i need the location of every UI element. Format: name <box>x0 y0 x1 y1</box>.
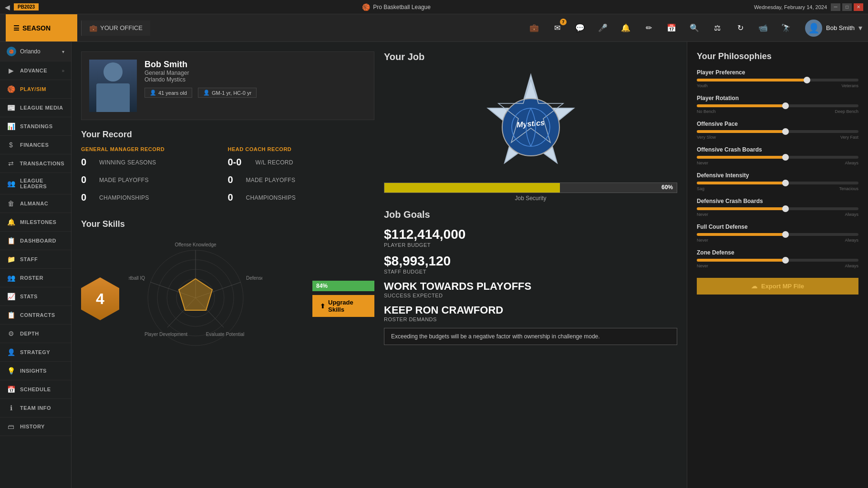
sidebar-item-standings[interactable]: 📊 STANDINGS <box>0 117 71 136</box>
user-dropdown-icon[interactable]: ▾ <box>858 23 862 32</box>
chat-icon[interactable]: 💬 <box>572 20 588 36</box>
roster-icon: 👥 <box>7 274 15 282</box>
back-icon[interactable]: ◀ <box>5 3 10 11</box>
phil-player-rotation: Player Rotation No Bench Deep Bench <box>697 95 858 114</box>
stats-icon: 📈 <box>7 292 15 301</box>
scale-icon[interactable]: ⚖ <box>710 20 725 36</box>
sidebar-item-playsim[interactable]: 🏀 PLAY/SIM <box>0 80 71 99</box>
phil-defensive-intensity-track[interactable] <box>697 182 858 184</box>
phil-player-preference-name: Player Preference <box>697 69 858 76</box>
bell-icon[interactable]: 🔔 <box>618 20 633 36</box>
phil-zone-defense-thumb[interactable] <box>782 257 789 264</box>
phil-pp-right: Veterans <box>841 83 858 88</box>
skill-pct-bar: 84% <box>312 281 374 291</box>
sidebar-item-milestones[interactable]: 🔔 MILESTONES <box>0 213 71 232</box>
briefcase-icon[interactable]: 💼 <box>527 20 542 36</box>
phil-offensive-pace-thumb[interactable] <box>782 128 789 135</box>
hc-record-header: HEAD COACH RECORD <box>228 146 375 152</box>
phil-offensive-crash-track[interactable] <box>697 156 858 159</box>
phil-full-court-thumb[interactable] <box>782 231 789 238</box>
sidebar-item-dashboard[interactable]: 📋 DASHBOARD <box>0 232 71 250</box>
team-dropdown-icon[interactable]: ▾ <box>62 49 64 54</box>
sidebar-item-strategy[interactable]: 👤 STRATEGY <box>0 343 71 362</box>
phil-zd-left: Never <box>697 264 708 268</box>
sidebar-item-insights[interactable]: 💡 INSIGHTS <box>0 362 71 380</box>
sidebar-item-contracts[interactable]: 📋 CONTRACTS <box>0 306 71 325</box>
phil-offensive-crash-thumb[interactable] <box>782 154 789 161</box>
sidebar-item-almanac[interactable]: 🗑 ALMANAC <box>0 194 71 213</box>
export-button[interactable]: ☁ Export MP File <box>697 278 858 295</box>
refresh-icon[interactable]: ↻ <box>733 20 748 36</box>
user-info[interactable]: 👤 Bob Smith ▾ <box>805 20 862 37</box>
upgrade-skills-button[interactable]: ⬆ Upgrade Skills <box>312 295 374 317</box>
sidebar-item-history[interactable]: 🗃 HISTORY <box>0 417 71 436</box>
phil-di-left: Sag <box>697 186 704 191</box>
mic-icon[interactable]: 🎤 <box>595 20 610 36</box>
sidebar-label-insights: INSIGHTS <box>20 368 64 374</box>
svg-text:Player Development: Player Development <box>145 332 187 337</box>
skills-section: Your Skills 4 <box>81 219 374 362</box>
gm-made-playoffs: 0 MADE PLAYOFFS <box>81 174 228 185</box>
phil-defensive-crash-name: Defensive Crash Boards <box>697 198 858 204</box>
sidebar-item-stats[interactable]: 📈 STATS <box>0 287 71 306</box>
skill-pct-label: 84% <box>316 283 328 289</box>
search-icon[interactable]: 🔍 <box>687 20 702 36</box>
job-security-pct: 60% <box>661 184 673 191</box>
svg-text:Defense Knowledge: Defense Knowledge <box>246 275 262 281</box>
phil-defensive-intensity-thumb[interactable] <box>782 180 789 186</box>
gm-playoffs-label: MADE PLAYOFFS <box>99 177 149 183</box>
video-icon[interactable]: 📹 <box>755 20 771 36</box>
edit-icon[interactable]: ✏ <box>641 20 656 36</box>
phil-player-preference-thumb[interactable] <box>804 77 810 83</box>
phil-offensive-pace-track[interactable] <box>697 130 858 133</box>
window-controls[interactable]: ─ □ ✕ <box>831 3 863 11</box>
team-logo-svg: Mystics <box>478 70 583 175</box>
sidebar-item-league-media[interactable]: 📰 LEAGUE MEDIA <box>0 99 71 117</box>
sidebar-item-league-leaders[interactable]: 👥 LEAGUE LEADERS <box>0 173 71 194</box>
sidebar-item-transactions[interactable]: ⇄ TRANSACTIONS <box>0 154 71 173</box>
playsim-icon: 🏀 <box>7 85 15 93</box>
phil-offensive-crash-fill <box>697 156 785 159</box>
left-sidebar: 🏀 Orlando ▾ ▶ ADVANCE » 🏀 PLAY/SIM 📰 LEA… <box>0 42 72 488</box>
team-info-icon: ℹ <box>7 404 15 412</box>
phil-player-preference-track[interactable] <box>697 79 858 81</box>
gm-winning-num: 0 <box>81 157 95 168</box>
maximize-button[interactable]: □ <box>842 3 852 11</box>
phil-player-preference-labels: Youth Veterans <box>697 83 858 88</box>
sidebar-item-depth[interactable]: ⚙ DEPTH <box>0 325 71 343</box>
phil-defensive-crash-thumb[interactable] <box>782 205 789 212</box>
center-left: Bob Smith General Manager Orlando Mystic… <box>81 51 374 362</box>
phil-player-rotation-thumb[interactable] <box>782 102 789 109</box>
phil-player-rotation-track[interactable] <box>697 104 858 107</box>
sidebar-item-team-info[interactable]: ℹ TEAM INFO <box>0 399 71 417</box>
phil-full-court-defense: Full Court Defense Never Always <box>697 224 858 243</box>
sidebar-label-schedule: SCHEDULE <box>20 386 64 392</box>
minimize-button[interactable]: ─ <box>831 3 840 11</box>
hc-champ-label: CHAMPIONSHIPS <box>246 194 296 201</box>
hc-playoffs-label: MADE PLAYOFFS <box>246 177 296 183</box>
sidebar-item-roster[interactable]: 👥 ROSTER <box>0 269 71 287</box>
binoculars-icon[interactable]: 🔭 <box>778 20 794 36</box>
sidebar-item-finances[interactable]: $ FINANCES <box>0 136 71 154</box>
calendar-icon[interactable]: 📅 <box>664 20 679 36</box>
job-security-bar-outer: 60% <box>384 183 677 193</box>
job-section: Your Job Mystics <box>384 51 677 345</box>
sidebar-item-staff[interactable]: 📁 STAFF <box>0 250 71 269</box>
standings-icon: 📊 <box>7 122 15 131</box>
team-logo-small: 🏀 <box>7 47 16 56</box>
mail-icon[interactable]: ✉ 7 <box>549 20 565 36</box>
team-selector[interactable]: 🏀 Orlando ▾ <box>0 42 71 61</box>
season-button[interactable]: ☰ SEASON <box>6 14 77 41</box>
close-button[interactable]: ✕ <box>854 3 863 11</box>
sidebar-item-schedule[interactable]: 📅 SCHEDULE <box>0 380 71 399</box>
profile-image <box>89 60 137 112</box>
sidebar-label-almanac: ALMANAC <box>20 201 64 206</box>
phil-defensive-crash-track[interactable] <box>697 207 858 210</box>
your-office-button[interactable]: 💼 YOUR OFFICE <box>81 20 150 36</box>
gm-winning-label: WINNING SEASONS <box>99 159 156 166</box>
sidebar-item-advance[interactable]: ▶ ADVANCE » <box>0 61 71 80</box>
radar-chart: Offense Knowledge Defense Knowledge Eval… <box>129 236 262 360</box>
phil-full-court-track[interactable] <box>697 233 858 236</box>
profile-age: 41 years old <box>158 90 187 96</box>
phil-zone-defense-track[interactable] <box>697 259 858 262</box>
